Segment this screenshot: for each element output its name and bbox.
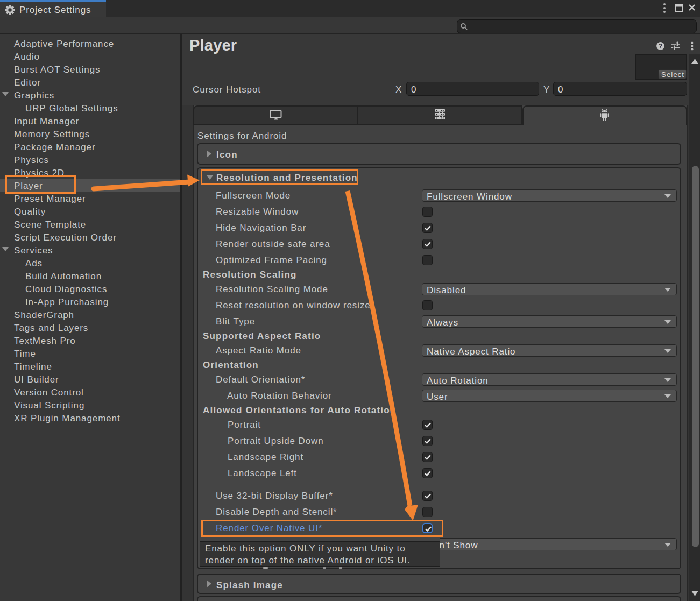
svg-text:?: ? [659, 43, 662, 50]
